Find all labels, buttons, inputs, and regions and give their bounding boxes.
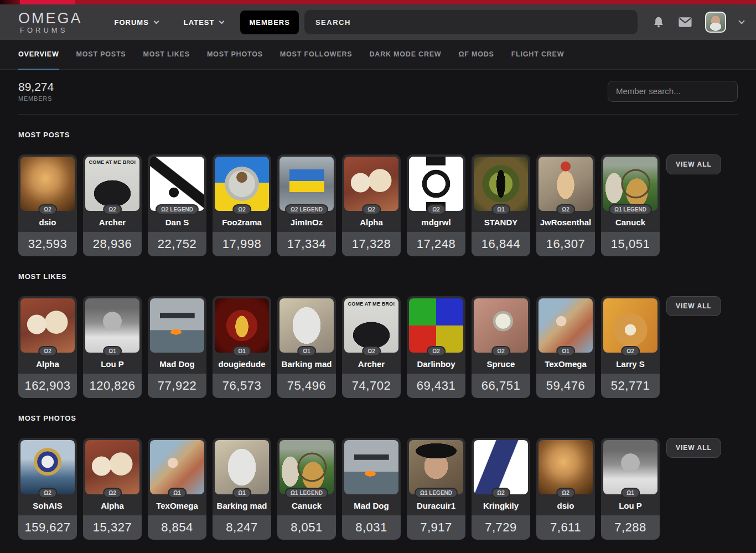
member-card[interactable]: Ω2 Larry S 52,771: [601, 296, 660, 398]
member-card[interactable]: Ω1 Barking mad 8,247: [213, 438, 271, 540]
member-card[interactable]: Ω1 TexOmega 59,476: [536, 296, 595, 398]
member-card[interactable]: Ω2 LEGEND JimInOz 17,334: [277, 154, 336, 256]
member-badge: Ω1: [103, 346, 122, 356]
member-card[interactable]: Ω2 Alpha 17,328: [342, 154, 401, 256]
member-card[interactable]: Ω2 Spruce 66,751: [472, 296, 530, 398]
chevron-down-icon[interactable]: [738, 18, 744, 24]
section-cards-row: Ω2 Alpha 162,903 Ω1 Lou P 120,826 Mad Do…: [18, 296, 738, 398]
avatar-caption: COME AT ME BRO!: [86, 159, 138, 165]
member-card[interactable]: Ω1 Barking mad 75,496: [277, 296, 336, 398]
member-stat-value: 16,307: [536, 232, 595, 256]
member-avatar-helicopter: [150, 298, 204, 353]
tab-flight-crew[interactable]: FLIGHT CREW: [511, 40, 565, 70]
page-load-progress-bar: [0, 0, 756, 4]
logo-line-1: OMEGA: [18, 11, 82, 26]
member-card[interactable]: Ω1 Lou P 120,826: [83, 296, 142, 398]
member-card[interactable]: Ω2 SohAIS 159,627: [18, 438, 77, 540]
member-avatar-wagon-wheel: [603, 157, 657, 211]
member-card[interactable]: Mad Dog 8,031: [342, 438, 401, 540]
member-name[interactable]: Mad Dog: [148, 353, 206, 374]
member-avatar-gnome: [538, 157, 593, 211]
member-card[interactable]: Ω1 Lou P 7,288: [601, 438, 660, 540]
mail-icon[interactable]: [679, 15, 692, 29]
view-all-button[interactable]: VIEW ALL: [666, 438, 721, 458]
member-name[interactable]: Mad Dog: [342, 494, 401, 515]
member-count-label: MEMBERS: [18, 95, 54, 102]
member-card[interactable]: COME AT ME BRO! Ω2 Archer 74,702: [342, 296, 401, 398]
member-avatar-goose-poster: COME AT ME BRO!: [85, 157, 139, 211]
member-card[interactable]: COME AT ME BRO! Ω2 Archer 28,936: [83, 154, 142, 256]
member-avatar-bw-boy: [85, 298, 139, 353]
member-avatar-goggle-dog: [215, 440, 269, 494]
nav-item-forums[interactable]: FORUMS: [106, 11, 167, 34]
member-card[interactable]: Ω1 STANDY 16,844: [472, 154, 530, 256]
member-card[interactable]: Ω1 LEGEND Canuck 15,051: [601, 154, 660, 256]
member-card[interactable]: Ω2 Darlinboy 69,431: [407, 296, 465, 398]
tab-dark-mode-crew[interactable]: DARK MODE CREW: [370, 40, 442, 70]
tab-overview[interactable]: OVERVIEW: [18, 40, 59, 70]
member-card[interactable]: Ω2 JwRosenthal 16,307: [536, 154, 595, 256]
member-stat-value: 74,702: [342, 374, 401, 398]
member-stat-value: 7,917: [407, 515, 465, 540]
header-search: [304, 10, 638, 34]
member-stat-value: 159,627: [18, 515, 77, 540]
member-badge: Ω1 LEGEND: [415, 488, 458, 498]
member-card[interactable]: Ω1 LEGEND Duracuir1 7,917: [407, 438, 465, 540]
member-card[interactable]: Ω1 LEGEND Canuck 8,051: [277, 438, 336, 540]
member-card[interactable]: Ω2 LEGEND Dan S 22,752: [148, 154, 206, 256]
member-stat-value: 17,334: [277, 232, 336, 256]
member-avatar-rolex: [20, 440, 75, 494]
member-stat-value: 120,826: [83, 374, 142, 398]
member-avatar-bw-boy: [603, 440, 657, 494]
nav-item-members[interactable]: MEMBERS: [240, 11, 298, 34]
member-avatar-microscope: [150, 157, 204, 211]
member-count: 89,274: [18, 80, 54, 94]
section-cards-row: Ω2 dsio 32,593 COME AT ME BRO! Ω2 Archer…: [18, 154, 738, 256]
user-avatar[interactable]: [705, 12, 726, 33]
member-card[interactable]: Ω2 Kringkily 7,729: [472, 438, 530, 540]
member-badge: Ω1: [556, 346, 575, 356]
view-all-button[interactable]: VIEW ALL: [666, 296, 721, 316]
members-tabbar: OVERVIEWMOST POSTSMOST LIKESMOST PHOTOSM…: [0, 40, 756, 70]
member-stat-value: 59,476: [536, 374, 595, 398]
member-card[interactable]: Ω2 Foo2rama 17,998: [213, 154, 271, 256]
member-card[interactable]: Ω2 dsio 7,611: [536, 438, 595, 540]
search-input[interactable]: [304, 10, 638, 34]
tab-most-likes[interactable]: MOST LIKES: [143, 40, 190, 70]
member-stat-value: 69,431: [407, 374, 465, 398]
member-card[interactable]: Ω2 Alpha 15,327: [83, 438, 142, 540]
member-count-block: 89,274 MEMBERS: [18, 80, 54, 102]
nav-item-label: LATEST: [184, 18, 215, 27]
member-avatar-kojak: [409, 440, 463, 494]
member-card[interactable]: Ω1 TexOmega 8,854: [148, 438, 206, 540]
member-badge: Ω1: [232, 346, 251, 356]
tab-most-posts[interactable]: MOST POSTS: [76, 40, 126, 70]
member-avatar-watch-icon: [409, 157, 463, 211]
member-badge: Ω2: [103, 204, 122, 215]
tab-f-mods[interactable]: ΩF MODS: [458, 40, 494, 70]
site-header: OMEGA FORUMS FORUMSLATESTMEMBERS: [0, 4, 756, 40]
member-badge: Ω2: [427, 204, 446, 215]
member-avatar-helicopter: [344, 440, 398, 494]
tab-most-photos[interactable]: MOST PHOTOS: [207, 40, 263, 70]
member-avatar-chimp-astronaut: [215, 157, 269, 211]
member-stat-value: 8,051: [277, 515, 336, 540]
member-card[interactable]: Ω2 dsio 32,593: [18, 154, 77, 256]
bell-icon[interactable]: [652, 15, 665, 29]
member-card[interactable]: Ω2 mdgrwl 17,248: [407, 154, 465, 256]
member-badge: Ω2: [491, 488, 510, 498]
member-card[interactable]: Ω2 Alpha 162,903: [18, 296, 77, 398]
member-card[interactable]: Mad Dog 77,922: [148, 296, 206, 398]
member-stat-value: 75,496: [277, 374, 336, 398]
member-stat-value: 52,771: [601, 374, 660, 398]
member-stat-value: 8,247: [213, 515, 271, 540]
member-stat-value: 17,998: [213, 232, 271, 256]
member-card[interactable]: Ω1 dougiedude 76,573: [213, 296, 271, 398]
nav-item-latest[interactable]: LATEST: [175, 11, 233, 34]
tab-most-followers[interactable]: MOST FOLLOWERS: [280, 40, 353, 70]
member-avatar-gold-watch: [20, 157, 75, 211]
site-logo[interactable]: OMEGA FORUMS: [18, 11, 82, 34]
member-search-input[interactable]: [608, 81, 738, 102]
view-all-button[interactable]: VIEW ALL: [666, 154, 721, 174]
member-stat-value: 77,922: [148, 374, 206, 398]
